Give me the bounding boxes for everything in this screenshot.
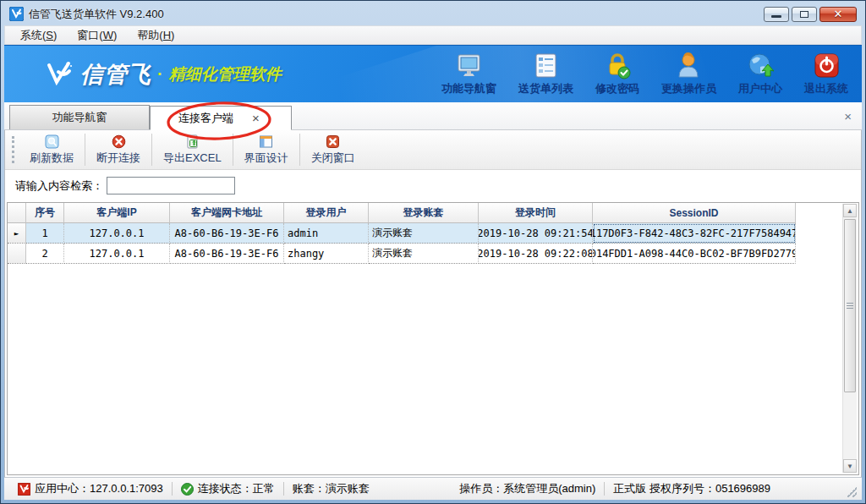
close-window-button[interactable]: 关闭窗口 <box>300 132 366 168</box>
scroll-down-icon[interactable]: ▼ <box>843 459 857 473</box>
search-row: 请输入内容检索： <box>5 170 861 201</box>
col-header[interactable]: 登录账套 <box>369 203 479 223</box>
tabstrip-close-icon[interactable]: × <box>844 109 852 123</box>
refresh-data-button[interactable]: 刷新数据 <box>19 132 85 168</box>
brand-slogan: 精细化管理软件 <box>169 63 282 85</box>
connection-ok-icon <box>181 483 194 496</box>
nav-delivery-list[interactable]: 送货单列表 <box>518 52 573 96</box>
globe-icon <box>747 52 775 79</box>
status-operator: 操作员：系统管理员(admin) <box>451 481 604 496</box>
close-window-icon <box>326 134 340 149</box>
banner-nav: 功能导航窗 送货单列表 修改密码 <box>441 52 862 96</box>
row-selector <box>8 244 26 264</box>
tab-strip: 功能导航窗 连接客户端 × × <box>4 102 862 130</box>
minimize-button[interactable] <box>764 7 789 22</box>
nav-switch-operator[interactable]: 更换操作员 <box>661 52 716 96</box>
app-window: 信管飞送货单软件 V9.2.400 ✕ 系统(S) 窗口(W) 帮助(H) 信管… <box>0 0 866 504</box>
header-row-selector <box>8 203 26 223</box>
close-icon: ✕ <box>834 8 843 19</box>
tab-connected-clients[interactable]: 连接客户端 × <box>150 106 292 130</box>
col-header[interactable]: 客户端网卡地址 <box>170 203 284 223</box>
brand-name: 信管飞 <box>80 59 151 90</box>
window-toolbar: 刷新数据 断开连接 导出EXCEL <box>5 130 861 170</box>
brand-separator: · <box>157 64 163 84</box>
menu-window[interactable]: 窗口(W) <box>69 26 125 45</box>
export-excel-icon <box>185 134 200 149</box>
scrollbar-thumb[interactable] <box>844 219 856 392</box>
menu-help[interactable]: 帮助(H) <box>129 26 183 45</box>
user-icon <box>675 52 703 79</box>
disconnect-button[interactable]: 断开连接 <box>85 132 151 168</box>
disconnect-icon <box>112 134 126 149</box>
toolbar-grip[interactable] <box>12 136 15 163</box>
menu-system[interactable]: 系统(S) <box>12 26 65 45</box>
scrollbar-track[interactable] <box>843 217 857 459</box>
close-button[interactable]: ✕ <box>819 7 857 22</box>
nav-exit-system[interactable]: 退出系统 <box>804 52 848 96</box>
nav-user-center[interactable]: 用户中心 <box>738 52 782 96</box>
menu-bar: 系统(S) 窗口(W) 帮助(H) <box>4 25 862 45</box>
search-label: 请输入内容检索： <box>15 178 103 194</box>
brand-logo-icon <box>45 60 74 89</box>
app-logo-icon <box>9 7 24 21</box>
window-controls: ✕ <box>764 7 858 22</box>
tab-function-navigator[interactable]: 功能导航窗 <box>9 105 150 129</box>
row-selector-arrow: ► <box>8 223 26 244</box>
ui-design-icon <box>259 134 273 149</box>
app-center-icon <box>18 483 30 496</box>
col-header[interactable]: 登录时间 <box>479 203 593 223</box>
content-panel: 刷新数据 断开连接 导出EXCEL <box>4 130 862 477</box>
client-grid: 序号 客户端IP 客户端网卡地址 登录用户 登录账套 登录时间 SessionI… <box>8 203 841 474</box>
focused-cell: {B117D0F3-F842-48C3-82FC-217F75849477} <box>593 223 796 244</box>
refresh-icon <box>45 134 59 149</box>
vertical-scrollbar[interactable]: ▲ ▼ <box>842 204 857 473</box>
client-grid-area: 序号 客户端IP 客户端网卡地址 登录用户 登录账套 登录时间 SessionI… <box>7 202 859 475</box>
nav-change-password[interactable]: 修改密码 <box>595 52 639 96</box>
minimize-icon <box>771 15 781 18</box>
col-header[interactable]: SessionID <box>593 203 796 223</box>
window-title: 信管飞送货单软件 V9.2.400 <box>29 7 164 22</box>
resize-grip[interactable] <box>847 487 857 497</box>
grid-header-row: 序号 客户端IP 客户端网卡地址 登录用户 登录账套 登录时间 SessionI… <box>8 203 841 223</box>
nav-function-navigator[interactable]: 功能导航窗 <box>441 52 496 96</box>
list-icon <box>532 52 560 79</box>
table-row[interactable]: ► 1 127.0.0.1 A8-60-B6-19-3E-F6 admin 演示… <box>8 223 841 244</box>
col-header[interactable]: 序号 <box>26 203 64 223</box>
status-connection: 连接状态：正常 <box>173 481 283 496</box>
maximize-icon <box>800 11 808 18</box>
col-header[interactable]: 登录用户 <box>284 203 369 223</box>
brand-banner: 信管飞 · 精细化管理软件 功能导航窗 <box>4 45 862 102</box>
title-bar: 信管飞送货单软件 V9.2.400 ✕ <box>4 1 862 25</box>
col-header[interactable]: 客户端IP <box>64 203 170 223</box>
brand-logo: 信管飞 · 精细化管理软件 <box>4 59 282 90</box>
tab-close-icon[interactable]: × <box>249 111 263 125</box>
search-input[interactable] <box>107 177 235 194</box>
status-license: 正式版 授权序列号：051696989 <box>605 481 779 496</box>
table-row[interactable]: 2 127.0.0.1 A8-60-B6-19-3E-F6 zhangy 演示账… <box>8 244 841 264</box>
status-app-center: 应用中心：127.0.0.1:7093 <box>9 481 172 496</box>
monitor-icon <box>455 52 483 79</box>
maximize-button[interactable] <box>792 7 817 22</box>
status-account: 账套：演示账套 <box>284 481 378 496</box>
export-excel-button[interactable]: 导出EXCEL <box>152 132 233 168</box>
ui-design-button[interactable]: 界面设计 <box>233 132 299 168</box>
status-bar: 应用中心：127.0.0.1:7093 连接状态：正常 账套：演示账套 操作员：… <box>4 477 862 500</box>
scroll-up-icon[interactable]: ▲ <box>843 204 857 217</box>
lock-icon <box>604 52 632 79</box>
power-icon <box>813 52 841 79</box>
